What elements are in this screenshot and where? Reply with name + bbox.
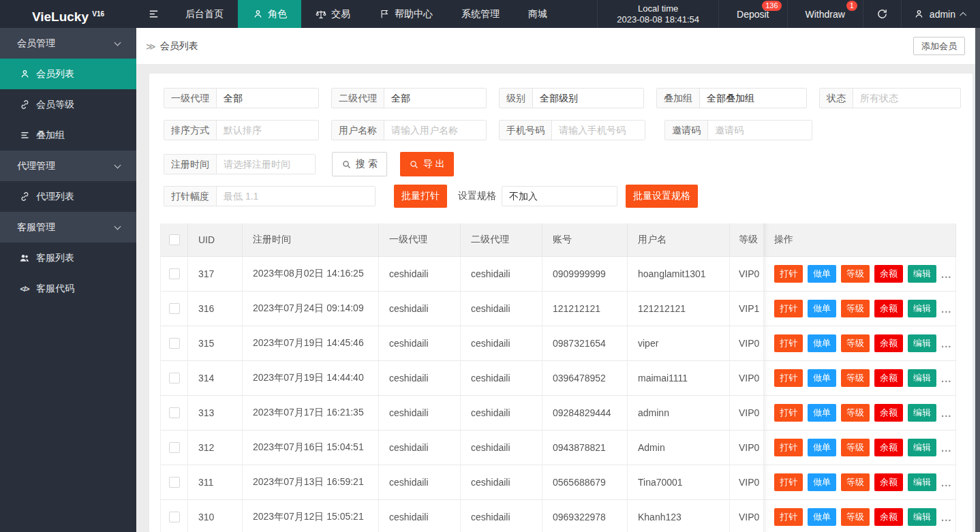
action-button-yue[interactable]: 余额 [874,473,903,491]
nav-item-system[interactable]: 系统管理 [447,0,514,28]
action-button-dengji[interactable]: 等级 [841,508,870,526]
action-button-zuodan[interactable]: 做单 [808,265,836,283]
agent1-select[interactable]: 全部 [217,89,318,108]
action-button-dengji[interactable]: 等级 [841,334,870,352]
nav-item-shop[interactable]: 商城 [514,0,562,28]
action-button-dazhen[interactable]: 打针 [774,508,803,526]
action-button-yue[interactable]: 余额 [874,265,903,283]
action-button-dazhen[interactable]: 打针 [774,334,803,352]
action-button-yue[interactable]: 余额 [874,508,903,526]
overlay-group-select[interactable]: 全部叠加组 [700,89,806,108]
phone-input[interactable] [552,121,645,140]
action-button-yue[interactable]: 余额 [874,300,903,317]
more-actions-button[interactable]: ... [941,338,952,349]
row-checkbox[interactable] [169,268,180,279]
invite-code-input[interactable] [708,121,812,140]
agent2-select[interactable]: 全部 [384,89,486,108]
row-checkbox[interactable] [169,338,180,349]
nav-item-role[interactable]: 角色 [238,0,301,28]
refresh-button[interactable] [863,0,901,28]
more-actions-button[interactable]: ... [941,477,952,488]
sidebar-group-members[interactable]: 会员管理 [0,28,136,59]
row-checkbox[interactable] [169,407,180,418]
status-select[interactable]: 所有状态 [853,89,960,108]
action-button-yue[interactable]: 余额 [874,334,903,352]
double-chevron-icon: ≫ [146,41,156,52]
sidebar-item-overlay-group[interactable]: 叠加组 [0,120,136,151]
more-actions-button[interactable]: ... [941,303,952,315]
deposit-link[interactable]: Deposit 136 [718,0,786,28]
sort-select[interactable]: 默认排序 [217,121,318,140]
action-button-dengji[interactable]: 等级 [841,369,870,387]
action-button-bianji[interactable]: 编辑 [908,300,936,317]
sidebar-item-agent-list[interactable]: 代理列表 [0,181,136,212]
action-button-yue[interactable]: 余额 [874,439,903,456]
action-button-zuodan[interactable]: 做单 [808,473,836,491]
row-checkbox[interactable] [169,373,180,384]
action-button-bianji[interactable]: 编辑 [908,473,936,491]
nav-item-dashboard[interactable]: 后台首页 [171,0,238,28]
chevron-down-icon [114,223,121,230]
select-all-checkbox[interactable] [169,234,180,245]
header-time: 注册时间 [243,223,379,257]
add-member-button[interactable]: 添加会员 [913,37,965,55]
sidebar-item-member-list[interactable]: 会员列表 [0,59,136,89]
level-select[interactable]: 全部级别 [533,89,643,108]
action-button-dazhen[interactable]: 打针 [774,473,803,491]
export-button[interactable]: 导 出 [400,152,454,176]
action-button-bianji[interactable]: 编辑 [908,334,936,352]
action-button-bianji[interactable]: 编辑 [908,369,936,387]
action-button-bianji[interactable]: 编辑 [908,404,936,422]
action-button-dengji[interactable]: 等级 [841,265,870,283]
sidebar-group-support[interactable]: 客服管理 [0,212,136,242]
spec-select[interactable]: 不加入 [502,187,617,206]
topbar-right: Local time 2023-08-08 18:41:54 Deposit 1… [597,0,980,28]
action-button-yue[interactable]: 余额 [874,369,903,387]
register-time-input[interactable] [217,155,315,174]
action-button-dengji[interactable]: 等级 [841,439,870,456]
action-button-bianji[interactable]: 编辑 [908,508,936,526]
action-button-zuodan[interactable]: 做单 [808,334,836,352]
action-button-yue[interactable]: 余额 [874,404,903,422]
action-button-zuodan[interactable]: 做单 [808,508,836,526]
action-button-zuodan[interactable]: 做单 [808,439,836,456]
search-button[interactable]: 搜 索 [332,152,387,176]
action-button-dazhen[interactable]: 打针 [774,369,803,387]
action-button-dazhen[interactable]: 打针 [774,439,803,456]
batch-needle-button[interactable]: 批量打针 [394,185,447,208]
scrollbar-thumb[interactable] [975,28,980,532]
row-checkbox[interactable] [169,442,180,453]
username-input[interactable] [384,121,486,140]
action-button-dazhen[interactable]: 打针 [774,404,803,422]
more-actions-button[interactable]: ... [941,512,952,523]
row-checkbox[interactable] [169,512,180,522]
action-button-dazhen[interactable]: 打针 [774,300,803,317]
action-button-dengji[interactable]: 等级 [841,404,870,422]
row-actions: 打针做单等级余额编辑... [764,465,956,500]
menu-toggle-button[interactable] [136,0,171,28]
action-button-bianji[interactable]: 编辑 [908,439,936,456]
sidebar-group-agents[interactable]: 代理管理 [0,151,136,181]
more-actions-button[interactable]: ... [941,407,952,419]
action-button-bianji[interactable]: 编辑 [908,265,936,283]
more-actions-button[interactable]: ... [941,268,952,280]
sidebar-item-member-level[interactable]: 会员等级 [0,89,136,120]
action-button-zuodan[interactable]: 做单 [808,404,836,422]
batch-spec-button[interactable]: 批量设置规格 [626,185,698,208]
more-actions-button[interactable]: ... [941,373,952,384]
row-checkbox[interactable] [169,303,180,314]
action-button-dengji[interactable]: 等级 [841,300,870,317]
nav-item-trade[interactable]: 交易 [301,0,365,28]
action-button-dazhen[interactable]: 打针 [774,265,803,283]
withdraw-link[interactable]: Withdraw 1 [787,0,863,28]
needle-range-input[interactable] [217,187,375,206]
action-button-zuodan[interactable]: 做单 [808,369,836,387]
action-button-dengji[interactable]: 等级 [841,473,870,491]
action-button-zuodan[interactable]: 做单 [808,300,836,317]
row-checkbox[interactable] [169,477,180,488]
nav-item-help[interactable]: 帮助中心 [365,0,447,28]
sidebar-item-support-code[interactable]: 客服代码 [0,273,136,304]
more-actions-button[interactable]: ... [941,442,952,454]
user-menu[interactable]: admin [901,0,980,28]
sidebar-item-support-list[interactable]: 客服列表 [0,242,136,273]
